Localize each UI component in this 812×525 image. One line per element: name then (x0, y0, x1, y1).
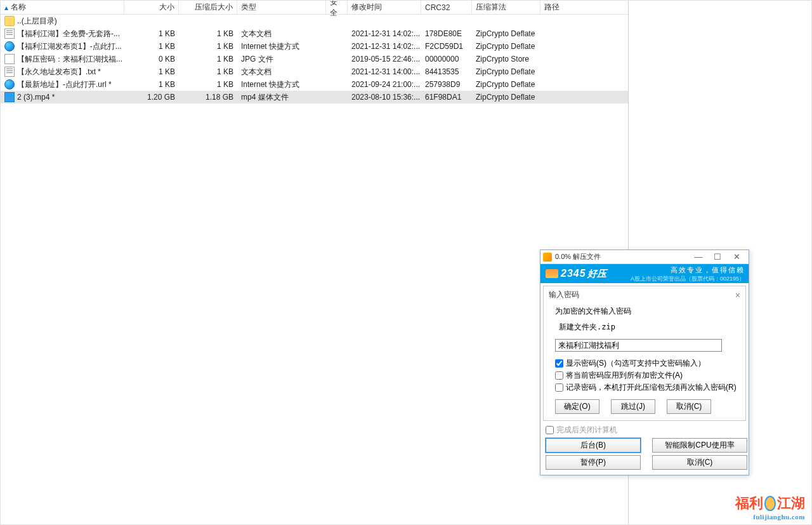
cancel-extract-button[interactable]: 取消(C) (652, 455, 747, 470)
minimize-button[interactable]: — (689, 251, 708, 263)
file-path (540, 40, 628, 53)
file-crc: 00000000 (421, 53, 472, 65)
file-size: 1 KB (124, 27, 179, 40)
file-type: 文本文档 (237, 27, 326, 40)
file-safe (326, 91, 348, 103)
file-packed-size: 1 KB (179, 78, 237, 91)
file-row[interactable]: 【福利江湖发布页1】-点此打...1 KB1 KBInternet 快捷方式20… (1, 40, 628, 53)
file-name: 【解压密码：来福利江湖找福... (17, 54, 122, 65)
file-packed-size: 1 KB (179, 27, 237, 40)
file-date: 2019-05-15 22:46:... (348, 53, 421, 65)
col-type[interactable]: 类型 (237, 1, 326, 14)
file-row[interactable]: 【永久地址发布页】.txt *1 KB1 KB文本文档2021-12-31 14… (1, 65, 628, 78)
file-type: Internet 快捷方式 (237, 40, 326, 53)
file-name: 【福利江湖发布页1】-点此打... (17, 41, 122, 52)
file-row[interactable]: ..(上层目录) (1, 15, 628, 27)
file-packed-size: 1 KB (179, 40, 237, 53)
file-size (124, 15, 179, 27)
password-prompt: 为加密的文件输入密码 (555, 306, 738, 317)
file-date: 2021-12-31 14:02:... (348, 40, 421, 53)
password-input[interactable] (555, 339, 722, 352)
dialog-titlebar[interactable]: 0.0% 解压文件 — ☐ ✕ (540, 250, 749, 264)
brand-slogan: 高效专业，值得信赖 (671, 265, 745, 275)
password-panel-header: 输入密码 × (544, 286, 745, 303)
password-buttons: 确定(O) 跳过(J) 取消(C) (555, 399, 738, 414)
file-name: 【永久地址发布页】.txt * (17, 67, 101, 77)
txt-icon (4, 67, 15, 77)
close-button[interactable]: ✕ (727, 251, 746, 263)
col-method[interactable]: 压缩算法 (472, 1, 540, 14)
background-button[interactable]: 后台(B) (546, 438, 641, 453)
file-crc: 178DE80E (421, 27, 472, 40)
file-row[interactable]: 【最新地址】-点此打开.url *1 KB1 KBInternet 快捷方式20… (1, 78, 628, 91)
watermark: 福利 江湖 fulijianghu.com (735, 494, 805, 521)
maximize-button[interactable]: ☐ (708, 251, 727, 263)
file-date: 2021-12-31 14:02:... (348, 27, 421, 40)
close-icon[interactable]: × (735, 290, 740, 300)
file-row[interactable]: 2 (3).mp4 *1.20 GB1.18 GBmp4 媒体文件2023-08… (1, 91, 628, 103)
file-packed-size: 1 KB (179, 65, 237, 78)
file-size: 1.20 GB (124, 91, 179, 103)
col-packed[interactable]: 压缩后大小 (179, 1, 237, 14)
file-size: 1 KB (124, 40, 179, 53)
file-size: 1 KB (124, 78, 179, 91)
app-icon (543, 253, 552, 262)
apply-all-checkbox[interactable]: 将当前密码应用到所有加密文件(A) (555, 370, 738, 381)
file-type (237, 15, 326, 27)
file-type: mp4 媒体文件 (237, 91, 326, 103)
file-method: ZipCrypto Deflate (472, 78, 540, 91)
web-icon (4, 79, 15, 90)
cpu-limit-button[interactable]: 智能限制CPU使用率 (652, 438, 747, 453)
file-safe (326, 15, 348, 27)
file-date: 2021-12-31 14:00:... (348, 65, 421, 78)
file-packed-size: 1.18 GB (179, 91, 237, 103)
file-packed-size (179, 15, 237, 27)
file-path (540, 65, 628, 78)
col-date[interactable]: 修改时间 (348, 1, 421, 14)
file-row[interactable]: 【福利江湖】全免费-无套路-...1 KB1 KB文本文档2021-12-31 … (1, 27, 628, 40)
txt-icon (4, 29, 15, 39)
file-type: 文本文档 (237, 65, 326, 78)
skip-button[interactable]: 跳过(J) (611, 399, 655, 414)
archive-filename: 新建文件夹.zip (559, 322, 738, 333)
pause-button[interactable]: 暂停(P) (546, 455, 641, 470)
ok-button[interactable]: 确定(O) (555, 399, 599, 414)
file-type: Internet 快捷方式 (237, 78, 326, 91)
file-date: 2023-08-10 15:36:... (348, 91, 421, 103)
show-password-checkbox[interactable]: 显示密码(S)（勾选可支持中文密码输入） (555, 358, 738, 369)
col-size[interactable]: 大小 (124, 1, 179, 14)
folder-icon (4, 16, 15, 26)
password-panel: 输入密码 × 为加密的文件输入密码 新建文件夹.zip 显示密码(S)（勾选可支… (543, 286, 746, 421)
file-crc: 257938D9 (421, 78, 472, 91)
mp4-icon (4, 92, 15, 102)
file-date (348, 15, 421, 27)
col-safe[interactable]: 安全 (326, 1, 348, 14)
remember-password-checkbox[interactable]: 记录密码，本机打开此压缩包无须再次输入密码(R) (555, 382, 738, 393)
web-icon (4, 41, 15, 51)
brand-banner: 2345 好压 高效专业，值得信赖 A股上市公司荣誉出品（股票代码：002195… (540, 264, 749, 283)
file-method: ZipCrypto Deflate (472, 40, 540, 53)
file-method: ZipCrypto Deflate (472, 27, 540, 40)
file-path (540, 15, 628, 27)
col-crc[interactable]: CRC32 (421, 1, 472, 14)
col-path[interactable]: 路径 (540, 1, 628, 14)
file-path (540, 91, 628, 103)
dialog-title: 0.0% 解压文件 (555, 252, 689, 262)
brand-logo: 2345 好压 (546, 268, 606, 280)
file-name: 【福利江湖】全免费-无套路-... (17, 29, 120, 39)
file-rows: ..(上层目录)【福利江湖】全免费-无套路-...1 KB1 KB文本文档202… (1, 15, 628, 103)
file-row[interactable]: 【解压密码：来福利江湖找福...0 KB1 KBJPG 文件2019-05-15… (1, 53, 628, 65)
logo-icon (546, 269, 558, 278)
jpg-icon (4, 54, 15, 64)
shutdown-checkbox[interactable]: 完成后关闭计算机 (540, 423, 749, 437)
file-safe (326, 53, 348, 65)
col-name[interactable]: ▴名称 (1, 1, 124, 14)
file-safe (326, 27, 348, 40)
egg-icon (764, 496, 776, 511)
file-name: 2 (3).mp4 * (17, 93, 55, 102)
dialog-bottom-buttons: 后台(B) 暂停(P) 智能限制CPU使用率 取消(C) (540, 437, 749, 471)
file-safe (326, 40, 348, 53)
extract-progress-dialog: 0.0% 解压文件 — ☐ ✕ 2345 好压 高效专业，值得信赖 A股上市公司… (540, 249, 749, 475)
file-method: ZipCrypto Store (472, 53, 540, 65)
cancel-button[interactable]: 取消(C) (667, 399, 711, 414)
